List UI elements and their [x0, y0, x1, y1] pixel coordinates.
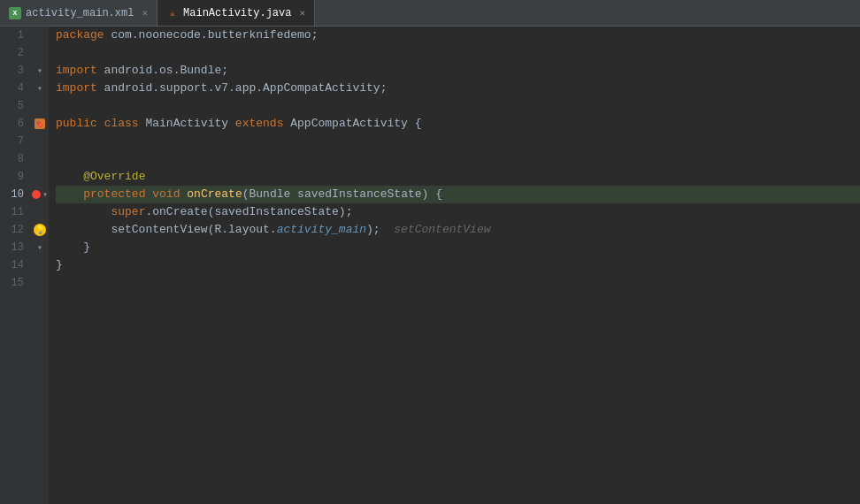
fold-arrow-4[interactable]: ▾	[37, 83, 42, 94]
token-extends-6: extends	[235, 115, 284, 133]
gutter-row-8: 8	[0, 150, 49, 168]
tab-close-java[interactable]: ✕	[299, 7, 305, 19]
token-layout-12: activity_main	[277, 221, 366, 239]
gutter-row-4: 4 ▾	[0, 80, 49, 97]
gutter-row-9: 9	[0, 168, 49, 186]
token-indent-9	[56, 168, 83, 186]
token-indent-12: setContentView(R.layout.	[56, 221, 277, 239]
fold-arrow-3[interactable]: ▾	[37, 65, 42, 76]
gutter-row-14: 14	[0, 256, 49, 274]
line-num-12: 12	[0, 224, 31, 236]
token-close-12: );	[366, 221, 380, 239]
code-line-6: public class MainActivity extends AppCom…	[56, 115, 860, 133]
gutter-row-15: 15	[0, 274, 49, 292]
token-sp-10a	[145, 186, 152, 203]
token-call-11: .onCreate(savedInstanceState);	[145, 203, 352, 221]
gutter-row-13: 13 ▾	[0, 239, 49, 256]
code-line-2	[56, 44, 860, 62]
gutter-icons-6: 🔖	[31, 118, 49, 129]
token-text-1: com.noonecode.butterknifedemo;	[104, 27, 319, 44]
gutter-row-5: 5	[0, 97, 49, 115]
code-line-11: super.onCreate(savedInstanceState);	[56, 203, 860, 221]
line-num-5: 5	[0, 100, 31, 112]
code-line-3: import android.os.Bundle;	[56, 62, 860, 80]
token-text-4: android.support.v7.app.AppCompatActivity…	[97, 80, 388, 97]
token-keyword-4: import	[56, 80, 97, 97]
line-num-15: 15	[0, 277, 31, 289]
code-line-10: protected void onCreate(Bundle savedInst…	[56, 186, 860, 203]
token-sp-10b	[180, 186, 187, 203]
gutter-row-6: 6 🔖	[0, 115, 49, 133]
line-num-8: 8	[0, 153, 31, 165]
code-line-7	[56, 133, 860, 150]
gutter-icons-10: ▾	[31, 189, 49, 200]
code-line-1: package com.noonecode.butterknifedemo;	[56, 27, 860, 44]
bulb-icon-12[interactable]: 💡	[34, 224, 46, 236]
gutter-row-2: 2	[0, 44, 49, 62]
token-brace-14: }	[56, 256, 63, 274]
fold-arrow-10[interactable]: ▾	[42, 189, 48, 200]
tab-close-xml[interactable]: ✕	[142, 7, 148, 19]
gutter-icons-3: ▾	[31, 65, 49, 76]
xml-file-icon: X	[9, 7, 21, 19]
token-ghost-12: setContentView	[380, 221, 491, 239]
code-line-15	[56, 274, 860, 292]
code-line-5	[56, 97, 860, 115]
tab-activity-main-xml[interactable]: X activity_main.xml ✕	[0, 0, 157, 26]
line-num-14: 14	[0, 259, 31, 271]
token-super-11: super	[111, 203, 145, 221]
line-num-2: 2	[0, 47, 31, 59]
token-classname-6: MainActivity	[139, 115, 235, 133]
token-parent-6: AppCompatActivity {	[283, 115, 421, 133]
line-num-10: 10	[0, 188, 31, 201]
token-keyword-3: import	[56, 62, 97, 80]
gutter-row-10: 10 ▾	[0, 186, 49, 203]
token-indent-11	[56, 203, 111, 221]
line-num-13: 13	[0, 241, 31, 254]
code-line-4: import android.support.v7.app.AppCompatA…	[56, 80, 860, 97]
code-line-9: @Override	[56, 168, 860, 186]
tab-label-xml: activity_main.xml	[26, 7, 134, 19]
line-num-6: 6	[0, 118, 31, 130]
token-public-6: public	[56, 115, 97, 133]
token-oncreate-10: onCreate	[187, 186, 242, 203]
tab-mainactivity-java[interactable]: ☕ MainActivity.java ✕	[157, 0, 315, 26]
tab-bar: X activity_main.xml ✕ ☕ MainActivity.jav…	[0, 0, 860, 27]
token-keyword-1: package	[56, 27, 104, 44]
gutter-row-1: 1	[0, 27, 49, 44]
bookmark-icon-6: 🔖	[35, 118, 45, 129]
fold-arrow-13[interactable]: ▾	[37, 242, 42, 253]
line-num-1: 1	[0, 29, 31, 42]
code-line-13: }	[56, 239, 860, 256]
token-params-10: (Bundle savedInstanceState) {	[242, 186, 442, 203]
code-line-14: }	[56, 256, 860, 274]
token-text-3: android.os.Bundle;	[97, 62, 228, 80]
code-line-8	[56, 150, 860, 168]
gutter-row-11: 11	[0, 203, 49, 221]
token-void-10: void	[152, 186, 180, 203]
token-indent-10	[56, 186, 83, 203]
token-sp-6a	[97, 115, 104, 133]
gutter-row-12: 12 💡	[0, 221, 49, 239]
code-editor[interactable]: package com.noonecode.butterknifedemo; i…	[49, 27, 860, 504]
gutter-row-3: 3 ▾	[0, 62, 49, 80]
gutter-row-7: 7	[0, 133, 49, 150]
token-indent-13: }	[56, 239, 90, 256]
line-gutter: 1 2 3 ▾ 4 ▾	[0, 27, 49, 504]
token-annotation-9: @Override	[83, 168, 145, 186]
token-class-6: class	[104, 115, 139, 133]
code-line-12: setContentView(R.layout.activity_main); …	[56, 221, 860, 239]
line-num-4: 4	[0, 82, 31, 95]
line-num-9: 9	[0, 171, 31, 183]
gutter-icons-4: ▾	[31, 83, 49, 94]
line-num-3: 3	[0, 65, 31, 77]
java-file-icon: ☕	[166, 7, 179, 19]
line-num-7: 7	[0, 135, 31, 148]
editor-area: 1 2 3 ▾ 4 ▾	[0, 27, 860, 504]
ide-window: X activity_main.xml ✕ ☕ MainActivity.jav…	[0, 0, 860, 504]
gutter-icons-12: 💡	[31, 224, 49, 236]
tab-label-java: MainActivity.java	[183, 7, 291, 19]
gutter-icons-13: ▾	[31, 242, 49, 253]
line-num-11: 11	[0, 206, 31, 218]
debug-breakpoint-icon-10[interactable]	[32, 190, 41, 199]
